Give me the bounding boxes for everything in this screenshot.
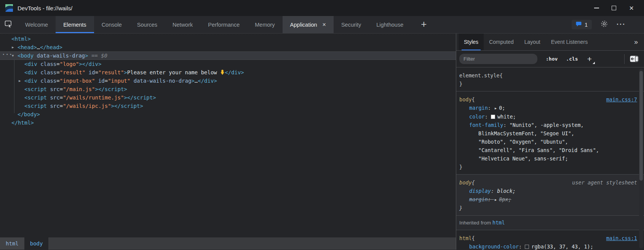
tree-node-body-open[interactable]: ···▼<body data-wails-drag> == $0 <box>0 51 456 60</box>
tree-node-html-close[interactable]: </html> <box>0 119 456 127</box>
styles-tab-layout[interactable]: Layout <box>519 34 546 50</box>
code-token: src <box>47 103 60 109</box>
styles-tab-styles[interactable]: Styles <box>459 34 484 50</box>
inspect-element-button[interactable] <box>0 16 18 34</box>
issues-count: 1 <box>585 22 588 28</box>
rule-selector[interactable]: element.style <box>459 71 500 80</box>
code-token: "logo" <box>60 61 79 67</box>
property-value: rgba(33, 37, 43, 1); <box>531 244 593 250</box>
gear-icon <box>600 20 608 29</box>
color-swatch[interactable] <box>525 245 529 249</box>
property-value: 0; <box>499 105 505 111</box>
rule-selector-row: html {main.css:1 <box>459 234 639 242</box>
property-value-wrap[interactable]: "Roboto", "Oxygen", "Ubuntu", <box>459 138 639 146</box>
tab-label: Security <box>341 22 361 28</box>
more-tools-button[interactable]: + <box>421 19 427 30</box>
toggle-element-state-button[interactable]: :hov <box>546 56 558 62</box>
styles-tab-event-listeners[interactable]: Event Listeners <box>546 34 593 50</box>
inherited-target-link[interactable]: html <box>492 220 505 226</box>
minimize-button[interactable] <box>588 0 605 16</box>
code-token: ></script> <box>95 86 127 92</box>
styles-filter-input[interactable] <box>459 54 537 64</box>
close-tab-icon[interactable]: × <box>323 22 326 28</box>
tree-node-html-open[interactable]: <html> <box>0 35 456 43</box>
tree-node-div-result[interactable]: <div class="result" id="result">Please e… <box>0 68 456 77</box>
pointing-down-emoji <box>220 69 225 77</box>
scrollbar-thumb[interactable] <box>639 71 643 181</box>
settings-button[interactable] <box>600 20 608 29</box>
code-token: … <box>37 44 40 50</box>
stylesheet-source-link[interactable]: main.css:1 <box>606 234 639 242</box>
rule-selector[interactable]: html <box>459 234 472 242</box>
maximize-button[interactable] <box>605 0 623 16</box>
tab-elements[interactable]: Elements <box>56 16 94 33</box>
expand-value-arrow-icon[interactable]: ▶ <box>495 196 497 204</box>
expand-value-arrow-icon[interactable]: ▶ <box>495 104 497 112</box>
code-token: "/main.js" <box>63 86 95 92</box>
window-title: DevTools - file://wails/ <box>18 5 72 11</box>
property-value-wrap[interactable]: BlinkMacSystemFont, "Segoe UI", <box>459 129 639 138</box>
property-name: margin <box>469 196 488 202</box>
more-tabs-chevron-icon[interactable]: » <box>634 38 638 46</box>
property-name: display <box>469 188 491 194</box>
property-value-wrap[interactable]: "Helvetica Neue", sans-serif; <box>459 154 639 163</box>
issues-counter-badge[interactable]: 1 <box>572 20 592 29</box>
css-property-background-color[interactable]: background-color: rgba(33, 37, 43, 1); <box>459 242 639 250</box>
rule-selector[interactable]: body <box>459 178 472 187</box>
code-token: <script <box>24 95 47 101</box>
open-brace: { <box>472 178 475 187</box>
tab-label: Sources <box>137 22 157 28</box>
tree-node-body-close[interactable]: </body> <box>0 110 456 119</box>
rule-selector-row: element.style { <box>459 71 639 80</box>
tab-sources[interactable]: Sources <box>129 16 165 33</box>
color-swatch[interactable] <box>491 115 495 119</box>
close-button[interactable]: × <box>623 0 640 16</box>
toggle-sidebar-icon[interactable] <box>630 56 639 62</box>
rule-selector-row: body {user agent stylesheet <box>459 178 639 187</box>
tab-performance[interactable]: Performance <box>200 16 247 33</box>
element-classes-button[interactable]: .cls <box>566 56 578 62</box>
rule-selector[interactable]: body <box>459 95 472 104</box>
styles-scrollbar[interactable] <box>639 69 643 248</box>
css-property-color[interactable]: color: white; <box>459 112 639 121</box>
tree-node-script-runtime-js[interactable]: <script src="/wails/runtime.js"></script… <box>0 93 456 102</box>
css-property-font-family[interactable]: font-family: "Nunito", -apple-system, <box>459 121 639 129</box>
code-token: data-wails-no-drag <box>130 78 191 84</box>
close-icon: × <box>629 4 634 12</box>
styles-tab-computed[interactable]: Computed <box>484 34 519 50</box>
tab-console[interactable]: Console <box>94 16 129 33</box>
property-value-wrap[interactable]: "Cantarell", "Fira Sans", "Droid Sans", <box>459 146 639 154</box>
issues-bubble-icon <box>576 21 582 28</box>
property-colon: : <box>488 196 494 202</box>
stylesheet-source-link[interactable]: main.css:7 <box>606 95 639 104</box>
css-property-margin[interactable]: margin: ▶8px; <box>459 195 639 204</box>
tab-security[interactable]: Security <box>334 16 369 33</box>
dom-tree: <html>▶<head>…</head>···▼<body data-wail… <box>0 34 456 237</box>
tree-node-script-main-js[interactable]: <script src="/main.js"></script> <box>0 85 456 93</box>
breadcrumb-body[interactable]: body <box>24 237 49 250</box>
css-property-display[interactable]: display: block; <box>459 187 639 195</box>
close-brace-row: } <box>459 80 639 88</box>
code-token: <div <box>24 61 37 67</box>
title-bar: DevTools - file://wails/ × <box>0 0 644 16</box>
node-options-dots-icon[interactable]: ··· <box>2 50 13 59</box>
tree-node-script-ipc-js[interactable]: <script src="/wails/ipc.js"></script> <box>0 102 456 110</box>
new-style-rule-button[interactable]: + <box>587 55 592 63</box>
tree-node-head[interactable]: ▶<head>…</head> <box>0 43 456 51</box>
css-property-margin[interactable]: margin: ▶0; <box>459 104 639 112</box>
breadcrumb-html[interactable]: html <box>0 237 24 250</box>
three-dots-menu-icon: ··· <box>617 21 626 29</box>
close-brace: } <box>459 81 462 87</box>
collapse-arrow-icon[interactable]: ▼ <box>12 51 14 60</box>
tab-network[interactable]: Network <box>165 16 200 33</box>
tab-lighthouse[interactable]: Lighthouse <box>369 16 411 33</box>
tab-application[interactable]: Application× <box>283 16 334 33</box>
tab-welcome[interactable]: Welcome <box>18 16 56 33</box>
minimize-icon <box>594 8 599 8</box>
more-options-button[interactable]: ··· <box>617 21 626 29</box>
code-token: </html> <box>11 120 34 126</box>
expand-arrow-icon[interactable]: ▶ <box>19 77 21 85</box>
tab-memory[interactable]: Memory <box>247 16 282 33</box>
tree-node-div-logo[interactable]: <div class="logo"></div> <box>0 60 456 68</box>
tree-node-div-input-box[interactable]: ▶<div class="input-box" id="input" data-… <box>0 77 456 85</box>
